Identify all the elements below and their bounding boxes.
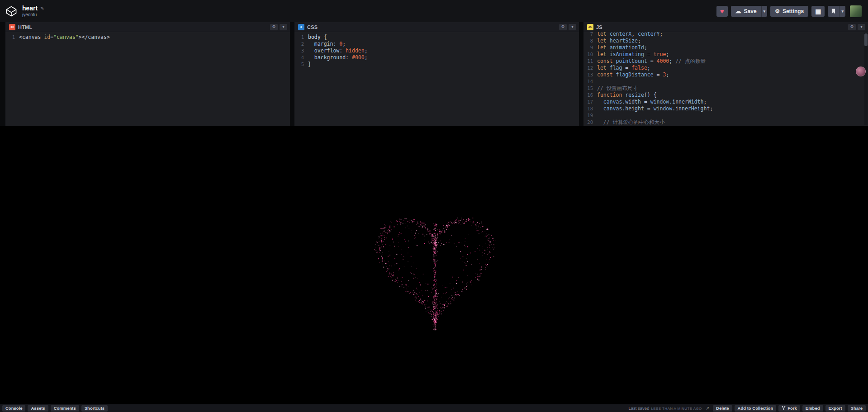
heart-icon: ♥ [720,8,724,14]
panel-js: JS JS ⚙ ▾ 789101112131415161718192021let… [583,22,868,126]
chevron-down-icon: ▾ [571,25,574,29]
bookmark-dropdown-button[interactable]: ▾ [839,6,845,17]
html-icon: <> [9,24,15,30]
save-button[interactable]: ☁ Save [731,6,761,17]
js-collapse-button[interactable]: ▾ [858,24,865,30]
html-panel-actions: ⚙ ▾ [270,24,287,30]
line-number: 9 [583,44,593,51]
html-code-editor[interactable]: 1<canvas id="canvas"></canvas> [5,32,290,126]
line-number: 7 [583,32,593,38]
code-line[interactable]: let isAnimating = true; [597,51,868,58]
console-button[interactable]: Console [2,405,25,412]
delete-button[interactable]: Delete [713,405,732,412]
css-tab[interactable]: # CSS [298,24,318,30]
js-editor-scrollbar[interactable] [864,33,868,125]
scrollbar-thumb[interactable] [864,33,868,46]
top-bar: heart ✎ jyeontu ♥ ☁ Save ▾ ⚙ Settings [0,0,868,22]
css-collapse-button[interactable]: ▾ [569,24,576,30]
code-line[interactable]: const flagDistance = 3; [597,71,868,78]
layout-button[interactable]: ▦ [811,6,825,17]
line-number: 11 [583,58,593,65]
save-dropdown-button[interactable]: ▾ [761,6,768,17]
code-line[interactable]: } [308,61,579,68]
html-collapse-button[interactable]: ▾ [280,24,287,30]
css-code-editor[interactable]: 12345body { margin: 0; overflow: hidden;… [294,32,579,126]
css-panel-actions: ⚙ ▾ [559,24,576,30]
line-number: 10 [583,51,593,58]
code-line[interactable]: margin: 0; [308,41,579,47]
assets-button[interactable]: Assets [28,405,48,412]
css-settings-button[interactable]: ⚙ [559,24,567,30]
heart-canvas [0,126,868,404]
codepen-logo-icon[interactable] [5,5,17,17]
js-tab[interactable]: JS JS [587,24,602,30]
settings-button[interactable]: ⚙ Settings [770,6,808,17]
fork-icon [782,406,786,411]
panel-css: # CSS ⚙ ▾ 12345body { margin: 0; overflo… [294,22,579,126]
floating-widget[interactable] [856,66,866,76]
code-line[interactable]: canvas.height = window.innerHeight; [597,105,868,112]
js-panel-bar: JS JS ⚙ ▾ [583,22,868,32]
line-number: 12 [583,65,593,71]
line-number: 15 [583,85,593,92]
chevron-down-icon: ▾ [282,25,285,29]
comments-button[interactable]: Comments [51,405,79,412]
line-number: 13 [583,71,593,78]
bookmark-icon [831,9,835,14]
save-label: Save [744,8,757,14]
line-number: 2 [294,41,304,47]
html-settings-button[interactable]: ⚙ [270,24,278,30]
edit-title-icon[interactable]: ✎ [40,6,44,11]
export-button[interactable]: Export [825,405,845,412]
bookmark-button[interactable] [828,6,839,17]
add-to-collection-button[interactable]: Add to Collection [735,405,777,412]
embed-button[interactable]: Embed [802,405,823,412]
open-external-icon[interactable]: ↗ [704,406,711,411]
avatar[interactable] [850,5,862,17]
js-icon: JS [587,24,593,30]
js-panel-actions: ⚙ ▾ [848,24,865,30]
code-line[interactable]: background: #000; [308,54,579,61]
code-line[interactable]: // 设置画布尺寸 [597,85,868,92]
code-line[interactable]: canvas.width = window.innerWidth; [597,99,868,105]
code-line[interactable] [597,78,868,85]
fork-button[interactable]: Fork [778,405,800,412]
line-number: 19 [583,112,593,119]
html-tab[interactable]: <> HTML [9,24,32,30]
gear-icon: ⚙ [850,25,854,29]
line-number: 16 [583,92,593,99]
line-number: 14 [583,78,593,85]
code-line[interactable]: let flag = false; [597,65,868,71]
cloud-icon: ☁ [735,8,741,14]
settings-label: Settings [783,8,804,14]
code-line[interactable]: const pointCount = 4000; // 点的数量 [597,58,868,65]
code-line[interactable]: overflow: hidden; [308,47,579,54]
code-line[interactable]: function resize() { [597,92,868,99]
code-line[interactable]: <canvas id="canvas"></canvas> [19,34,290,41]
shortcuts-button[interactable]: Shortcuts [81,405,108,412]
css-panel-bar: # CSS ⚙ ▾ [294,22,579,32]
pen-title: heart [22,5,38,12]
panel-html: <> HTML ⚙ ▾ 1<canvas id="canvas"></canva… [5,22,290,126]
code-line[interactable]: let heartSize; [597,38,868,44]
share-button[interactable]: Share [848,405,866,412]
line-number: 1 [294,34,304,41]
code-line[interactable]: let centerX, centerY; [597,32,868,38]
line-number: 8 [583,38,593,44]
header-left: heart ✎ jyeontu [5,5,44,18]
js-settings-button[interactable]: ⚙ [848,24,856,30]
last-saved-time: LESS THAN A MINUTE AGO [651,407,702,411]
js-code-editor[interactable]: 789101112131415161718192021let centerX, … [583,32,868,126]
code-line[interactable]: // 计算爱心的中心和大小 [597,119,868,126]
pen-author[interactable]: jyeontu [22,12,44,18]
preview-pane [0,126,868,404]
code-line[interactable]: body { [308,34,579,41]
code-line[interactable]: let animationId; [597,44,868,51]
gear-icon: ⚙ [561,25,564,29]
code-line[interactable] [597,112,868,119]
like-button[interactable]: ♥ [716,6,728,17]
line-number: 20 [583,119,593,126]
css-panel-title: CSS [307,24,318,30]
save-split-button: ☁ Save ▾ [731,6,768,17]
js-panel-title: JS [596,24,602,30]
